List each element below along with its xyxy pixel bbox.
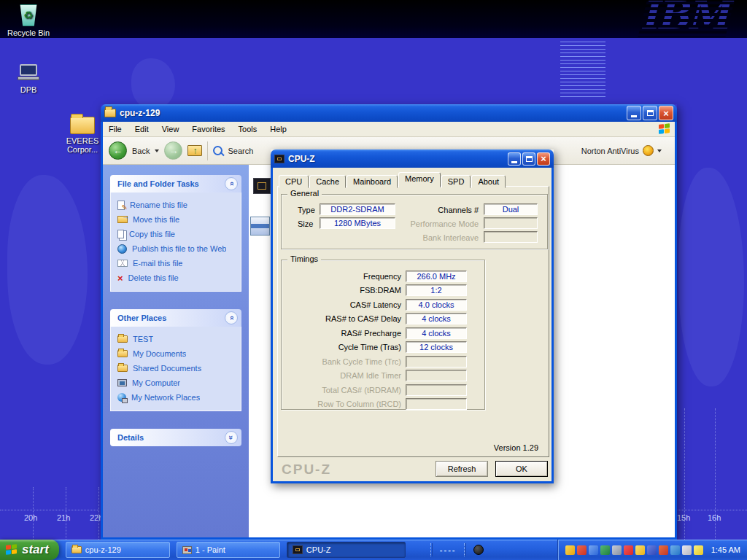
tab-spd[interactable]: SPD [441, 175, 471, 188]
menu-favorites[interactable]: Favorites [192, 125, 225, 133]
up-button[interactable]: ↑ [187, 145, 202, 156]
tray-icon[interactable] [600, 545, 610, 555]
expand-chevron-icon[interactable]: » [225, 431, 238, 444]
toolbar-separator [207, 141, 208, 160]
maximize-button[interactable] [522, 152, 535, 166]
maximize-button[interactable] [643, 106, 657, 120]
desktop-icon-dpb[interactable]: DPB [0, 64, 57, 94]
tab-memory[interactable]: Memory [398, 172, 441, 187]
tray-icon[interactable] [635, 545, 645, 555]
folder-icon [104, 109, 116, 117]
tray-icon[interactable] [670, 545, 680, 555]
details-header[interactable]: Details » [110, 429, 241, 446]
timezone-tickline [675, 510, 747, 510]
type-field: DDR2-SDRAM [320, 203, 395, 215]
menu-tools[interactable]: Tools [239, 125, 258, 133]
folder-icon [70, 117, 95, 134]
details-panel: Details » [110, 429, 241, 446]
place-my-documents[interactable]: My Documents [117, 346, 238, 361]
channels-label: Channels # [406, 206, 479, 214]
norton-dropdown-icon[interactable] [657, 149, 662, 152]
tray-icon[interactable] [624, 545, 633, 555]
taskbar: start cpu-z-129 1 - Paint CPU-Z ---- [0, 540, 747, 560]
tray-icon[interactable] [647, 545, 657, 555]
taskbar-clock[interactable]: 1:45 AM [711, 545, 740, 554]
ok-button[interactable]: OK [495, 461, 548, 477]
folder-icon [117, 335, 128, 343]
task-email-file[interactable]: E-mail this file [117, 256, 238, 271]
tray-icon[interactable] [577, 545, 587, 555]
task-rename-file[interactable]: Rename this file [117, 198, 238, 212]
menu-view[interactable]: View [162, 125, 179, 133]
size-label: Size [298, 219, 313, 228]
collapse-chevron-icon[interactable]: » [225, 177, 238, 190]
collapse-chevron-icon[interactable]: » [225, 311, 238, 324]
start-button[interactable]: start [0, 540, 59, 560]
tray-icon[interactable] [612, 545, 622, 555]
taskbar-deskband: ---- [430, 540, 484, 560]
laptop-icon [18, 64, 39, 83]
band-grip[interactable] [464, 543, 466, 556]
taskbar-task-paint[interactable]: 1 - Paint [177, 542, 280, 558]
explorer-titlebar[interactable]: cpu-z-129 × [101, 104, 677, 122]
menu-edit[interactable]: Edit [135, 125, 149, 133]
place-my-network[interactable]: My Network Places [117, 390, 238, 405]
other-places-header[interactable]: Other Places » [110, 309, 241, 327]
tray-icon[interactable] [589, 545, 598, 555]
version-label: Version 1.29 [494, 443, 538, 452]
forward-button[interactable]: → [164, 141, 182, 160]
task-delete-file[interactable]: × Delete this file [117, 271, 238, 285]
place-my-computer[interactable]: My Computer [117, 376, 238, 390]
band-icon[interactable] [473, 545, 484, 555]
band-grip[interactable] [430, 543, 433, 556]
wallpaper-map-shape [131, 58, 175, 109]
search-label: Search [228, 147, 253, 155]
refresh-button[interactable]: Refresh [436, 461, 488, 477]
tab-about[interactable]: About [471, 175, 506, 188]
file-tasks-header[interactable]: File and Folder Tasks » [110, 175, 241, 192]
fsb-dram-field: 1:2 [406, 284, 467, 296]
search-icon[interactable] [213, 146, 222, 155]
menu-help[interactable]: Help [270, 125, 287, 133]
taskbar-task-cpuz[interactable]: CPU-Z [287, 542, 406, 558]
tray-icon[interactable] [659, 545, 668, 555]
task-move-file[interactable]: Move this file [117, 212, 238, 227]
task-copy-file[interactable]: Copy this file [117, 227, 238, 241]
minimize-button[interactable] [627, 106, 641, 120]
tray-icon[interactable] [694, 545, 703, 555]
close-button[interactable]: × [659, 106, 673, 120]
place-test[interactable]: TEST [117, 332, 238, 346]
file-icon-cpuz-exe[interactable] [253, 178, 271, 194]
tab-cpu[interactable]: CPU [279, 175, 309, 188]
minimize-button[interactable] [508, 152, 521, 166]
place-shared-documents[interactable]: Shared Documents [117, 361, 238, 376]
bank-interleave-label: Bank Interleave [391, 233, 479, 242]
tray-icon[interactable] [565, 545, 575, 555]
desktop: IBM 20h 21h 22h 15h 16h ♻ Recycle Bin DP… [0, 0, 747, 560]
explorer-title: cpu-z-129 [120, 108, 623, 118]
band-dots: ---- [440, 545, 457, 554]
cpuz-watermark: CPU-Z [282, 462, 331, 478]
cpuz-tabs: CPU Cache Mainboard Memory SPD About [279, 171, 506, 187]
back-dropdown-icon[interactable] [155, 149, 159, 152]
tray-icon[interactable] [682, 545, 692, 555]
ibm-logo: IBM [638, 0, 737, 37]
file-icon-archive[interactable] [250, 217, 270, 236]
taskbar-task-explorer[interactable]: cpu-z-129 [66, 542, 170, 558]
cpuz-titlebar[interactable]: CPU-Z × [271, 149, 554, 168]
timings-groupbox: Timings Frequency 266.0 MHz FSB:DRAM 1:2… [281, 260, 485, 410]
desktop-icon-recycle-bin[interactable]: ♻ Recycle Bin [0, 4, 57, 37]
tab-mainboard[interactable]: Mainboard [347, 175, 398, 188]
rename-icon [117, 201, 125, 210]
menu-file[interactable]: File [109, 125, 122, 133]
back-button[interactable]: ← [109, 141, 127, 160]
close-button[interactable]: × [537, 152, 550, 166]
folder-icon [117, 365, 128, 372]
tab-cache[interactable]: Cache [309, 175, 346, 188]
norton-antivirus-band[interactable]: Norton AntiVirus [581, 145, 669, 156]
task-publish-file[interactable]: Publish this file to the Web [117, 241, 238, 256]
size-field: 1280 MBytes [320, 217, 395, 229]
timezone-label: 16h [708, 513, 721, 522]
bank-cycle-field [406, 356, 467, 368]
network-icon [117, 393, 126, 402]
